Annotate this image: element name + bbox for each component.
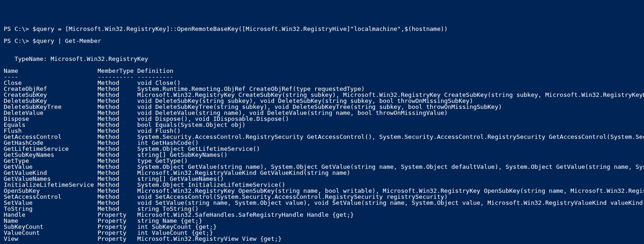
- command-line-2[interactable]: PS C:\> $query | Get-Member: [4, 38, 640, 44]
- powershell-terminal[interactable]: PS C:\> $query = [Microsoft.Win32.Regist…: [4, 26, 640, 244]
- typename-line: TypeName: Microsoft.Win32.RegistryKey: [4, 56, 640, 62]
- table-row: View Property Microsoft.Win32.RegistryVi…: [4, 236, 640, 242]
- command-line-1[interactable]: PS C:\> $query = [Microsoft.Win32.Regist…: [4, 26, 640, 32]
- blank: [4, 44, 640, 50]
